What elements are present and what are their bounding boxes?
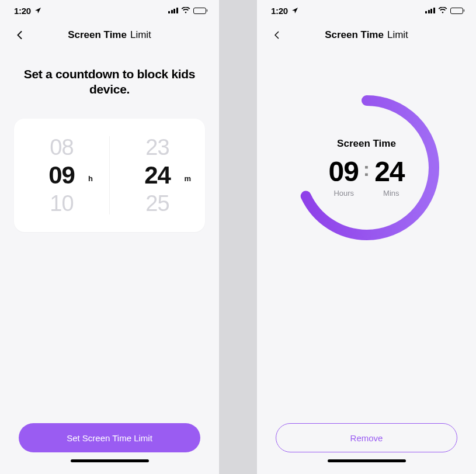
hours-prev: 08 <box>50 136 73 158</box>
phone-screen-set-limit: 1:20 Screen Time Limit Set a countdown t… <box>0 0 219 474</box>
hours-next: 10 <box>50 192 73 214</box>
battery-icon <box>193 8 208 14</box>
mins-unit: m <box>184 174 191 183</box>
wifi-icon <box>438 7 447 14</box>
phone-screen-active-limit: 1:20 Screen Time Limit <box>257 0 476 474</box>
location-icon <box>34 7 41 14</box>
chevron-left-icon <box>273 31 280 39</box>
back-button[interactable] <box>271 29 283 41</box>
gauge-label: Screen Time <box>337 138 396 150</box>
gauge-center: Screen Time 09 : 24 Hours Mins <box>292 93 442 243</box>
chevron-left-icon <box>16 31 24 39</box>
gauge-hours-label: Hours <box>333 189 354 198</box>
status-time: 1:20 <box>14 6 31 16</box>
mins-current: 24 <box>144 163 171 188</box>
set-limit-button[interactable]: Set Screen Time Limit <box>19 423 200 452</box>
time-picker-card: 08 09 10 h 23 24 25 m <box>14 119 205 232</box>
nav-title-bold: Screen Time <box>68 29 127 41</box>
content-area: Set a countdown to block kids device. 08… <box>0 49 219 474</box>
nav-title-light: Limit <box>387 29 408 41</box>
bottom-area: Remove <box>271 423 462 474</box>
bottom-area: Set Screen Time Limit <box>14 423 205 474</box>
mins-next: 25 <box>145 192 169 214</box>
nav-title: Screen Time Limit <box>68 29 151 41</box>
location-icon <box>291 7 298 14</box>
nav-bar: Screen Time Limit <box>257 21 476 49</box>
signal-icon <box>168 8 178 13</box>
gauge-mins-label: Mins <box>383 189 399 198</box>
status-right <box>168 7 207 14</box>
wifi-icon <box>181 7 190 14</box>
home-indicator[interactable] <box>328 459 406 462</box>
gauge-colon: : <box>363 158 370 181</box>
status-bar: 1:20 <box>257 0 476 21</box>
status-right <box>425 7 464 14</box>
signal-icon <box>425 8 435 13</box>
hours-current: 09 <box>48 163 75 188</box>
nav-bar: Screen Time Limit <box>0 21 219 49</box>
battery-icon <box>450 8 465 14</box>
nav-title-bold: Screen Time <box>325 29 384 41</box>
nav-title-light: Limit <box>130 29 151 41</box>
gauge-units: Hours Mins <box>333 189 399 198</box>
mins-prev: 23 <box>145 136 169 158</box>
progress-gauge: Screen Time 09 : 24 Hours Mins <box>292 93 442 243</box>
minutes-picker[interactable]: 23 24 25 m <box>110 136 205 214</box>
status-bar: 1:20 <box>0 0 219 21</box>
status-left: 1:20 <box>271 6 298 16</box>
gauge-time: 09 : 24 <box>328 155 404 188</box>
hours-unit: h <box>88 174 93 183</box>
content-area: Screen Time 09 : 24 Hours Mins Remove <box>257 49 476 474</box>
back-button[interactable] <box>14 29 26 41</box>
headline: Set a countdown to block kids device. <box>14 67 205 98</box>
gauge-wrap: Screen Time 09 : 24 Hours Mins <box>271 67 462 243</box>
nav-title: Screen Time Limit <box>325 29 408 41</box>
status-left: 1:20 <box>14 6 41 16</box>
status-time: 1:20 <box>271 6 288 16</box>
gauge-hours: 09 <box>328 155 358 188</box>
hours-picker[interactable]: 08 09 10 h <box>14 136 110 214</box>
gauge-mins: 24 <box>374 155 404 188</box>
remove-button[interactable]: Remove <box>276 423 457 452</box>
home-indicator[interactable] <box>71 459 149 462</box>
